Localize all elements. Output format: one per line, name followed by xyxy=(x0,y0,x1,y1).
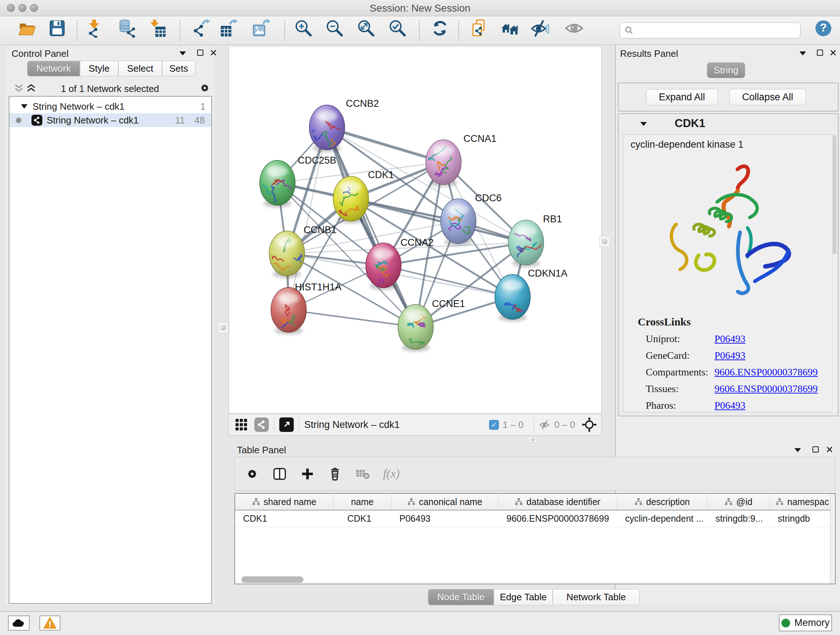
table-vertical-scrollbar[interactable] xyxy=(830,494,835,584)
zoom-fit-icon xyxy=(357,19,376,38)
svg-text:CCNB2: CCNB2 xyxy=(346,98,379,109)
zoom-out-button[interactable] xyxy=(325,19,344,38)
column-header[interactable]: canonical name xyxy=(392,494,499,510)
collapse-all-button[interactable]: Collapse All xyxy=(729,89,806,105)
crosslink-compartments[interactable]: 9606.ENSP00000378699 xyxy=(714,366,818,378)
left-splitter-handle[interactable] xyxy=(218,322,229,333)
results-scrollbar[interactable] xyxy=(832,134,837,412)
network-type-icon xyxy=(32,115,42,126)
tab-network[interactable]: Network xyxy=(27,61,80,76)
delete-table-button[interactable] xyxy=(355,466,371,482)
show-columns-button[interactable] xyxy=(272,466,287,482)
gene-section-expander-icon[interactable] xyxy=(640,122,647,126)
table-panel-float-icon[interactable] xyxy=(813,447,819,453)
export-table-button[interactable] xyxy=(219,19,238,38)
tab-style[interactable]: Style xyxy=(80,61,118,76)
network-label: String Network – cdk1 xyxy=(47,115,139,126)
zoom-fit-button[interactable] xyxy=(356,19,376,38)
control-panel-float-icon[interactable] xyxy=(197,50,203,56)
import-network-button[interactable] xyxy=(84,19,104,38)
tab-network-table[interactable]: Network Table xyxy=(553,589,639,605)
apply-layout-button[interactable] xyxy=(430,19,450,38)
crosslink-tissues[interactable]: 9606.ENSP00000378699 xyxy=(714,383,818,394)
column-header[interactable]: namespac xyxy=(770,494,835,510)
birds-eye-view-button[interactable] xyxy=(279,417,294,432)
control-panel-menu-icon[interactable] xyxy=(180,51,186,55)
center-view-button[interactable] xyxy=(581,417,598,432)
hidden-eye-slash-icon xyxy=(539,419,551,431)
table-panel-close-icon[interactable]: ✕ xyxy=(826,445,834,454)
bottom-splitter-handle[interactable] xyxy=(528,437,538,442)
crosslink-pharos[interactable]: P06493 xyxy=(714,400,745,411)
selected-checkbox-icon[interactable]: ✓ xyxy=(489,420,499,430)
crosslink-label: Uniprot: xyxy=(646,333,680,345)
network-collection-row[interactable]: String Network – cdk1 1 xyxy=(9,100,211,113)
crosslink-genecard[interactable]: P06493 xyxy=(714,350,745,361)
create-column-button[interactable] xyxy=(300,466,315,481)
export-image-icon xyxy=(252,19,271,38)
network-canvas[interactable]: CCNB2CCNA1CDC25BCDK1CDC6RB1CCNB1CCNA2CDK… xyxy=(229,47,602,414)
control-panel-close-icon[interactable]: ✕ xyxy=(210,48,218,57)
gear-icon xyxy=(199,82,211,94)
search-input[interactable] xyxy=(634,25,789,36)
network-view-toolbar: String Network – cdk1 ✓ 1 – 0 0 – 0 xyxy=(229,414,602,435)
show-all-button[interactable] xyxy=(564,19,584,38)
toolbar-search[interactable] xyxy=(620,22,801,38)
table-row[interactable]: CDK1 CDK1 P06493 9606.ENSP00000378699 cy… xyxy=(235,510,835,527)
column-header[interactable]: shared name xyxy=(235,494,333,510)
import-network-icon xyxy=(85,19,103,38)
column-header[interactable]: description xyxy=(617,494,707,510)
columns-icon xyxy=(272,466,287,482)
cloud-status-button[interactable] xyxy=(8,616,30,631)
tab-sets[interactable]: Sets xyxy=(162,61,195,76)
network-status-dot xyxy=(16,118,21,123)
table-options-button[interactable] xyxy=(245,467,259,481)
first-neighbors-button[interactable] xyxy=(500,19,520,38)
column-header[interactable]: database identifier xyxy=(499,494,617,510)
expand-all-button[interactable]: Expand All xyxy=(646,89,718,105)
tab-select[interactable]: Select xyxy=(118,61,162,76)
delete-columns-button[interactable] xyxy=(327,466,343,481)
save-session-button[interactable] xyxy=(47,19,67,38)
export-image-button[interactable] xyxy=(251,19,271,38)
title-bar: Session: New Session xyxy=(0,0,840,16)
hide-selected-button[interactable] xyxy=(530,19,549,38)
tree-expander-icon[interactable] xyxy=(21,104,27,109)
table-panel-menu-icon[interactable] xyxy=(794,448,801,452)
database-icon xyxy=(118,19,137,38)
gene-details-box: cyclin-dependent kinase 1 xyxy=(623,134,834,412)
tab-node-table[interactable]: Node Table xyxy=(428,589,494,605)
crosshair-icon xyxy=(582,417,597,432)
cytoscape-window: Session: New Session xyxy=(0,0,840,635)
warnings-button[interactable] xyxy=(39,616,60,631)
copy-network-button[interactable] xyxy=(470,19,489,38)
horizontal-scrollbar-thumb[interactable] xyxy=(241,576,303,583)
string-network-graph[interactable]: CCNB2CCNA1CDC25BCDK1CDC6RB1CCNB1CCNA2CDK… xyxy=(229,47,601,413)
import-table-button[interactable] xyxy=(148,19,167,38)
import-network-from-database-button[interactable] xyxy=(118,19,137,38)
crosslink-uniprot[interactable]: P06493 xyxy=(714,333,745,345)
tab-edge-table[interactable]: Edge Table xyxy=(494,589,553,605)
svg-text:CCNB1: CCNB1 xyxy=(303,225,337,235)
network-options-button[interactable] xyxy=(199,82,211,94)
svg-text:RB1: RB1 xyxy=(543,214,562,225)
column-header[interactable]: @id xyxy=(707,494,770,510)
zoom-selected-button[interactable] xyxy=(388,19,407,38)
open-session-button[interactable] xyxy=(17,19,36,38)
network-row-selected[interactable]: String Network – cdk1 11 48 xyxy=(9,113,211,127)
results-panel-close-icon[interactable]: ✕ xyxy=(829,48,837,57)
network-view-button[interactable] xyxy=(254,417,269,432)
right-splitter-handle[interactable] xyxy=(599,236,610,247)
results-panel-float-icon[interactable] xyxy=(817,50,823,56)
tab-string[interactable]: String xyxy=(707,62,745,78)
export-network-button[interactable] xyxy=(191,19,211,38)
function-builder-button[interactable]: f(x) xyxy=(383,467,400,480)
results-panel-menu-icon[interactable] xyxy=(799,51,806,55)
houses-icon xyxy=(501,19,519,38)
crosslink-label: Pharos: xyxy=(646,400,676,411)
zoom-in-button[interactable] xyxy=(294,19,313,38)
column-header[interactable]: name xyxy=(333,494,392,510)
grid-view-button[interactable] xyxy=(235,418,248,431)
memory-button[interactable]: Memory xyxy=(779,614,832,631)
help-button[interactable]: ? xyxy=(813,19,833,38)
